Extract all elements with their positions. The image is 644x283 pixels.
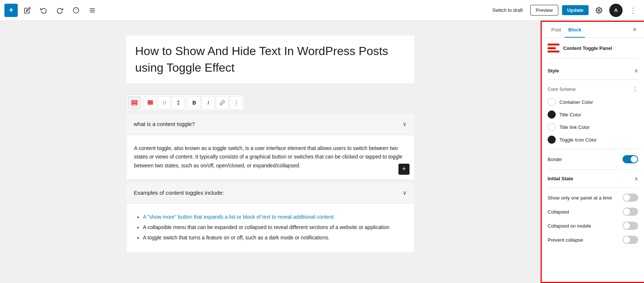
style-section-header[interactable]: Style ∧ [548, 65, 638, 76]
icon-bar-3 [548, 51, 559, 52]
toolbar-right: Switch to draft Preview Update A ⋮ [489, 4, 640, 17]
border-label: Border [548, 157, 562, 162]
style-chevron-up-icon: ∧ [634, 68, 638, 74]
editor-content: How to Show And Hide Text In WordPress P… [126, 35, 414, 253]
style-divider [548, 79, 638, 80]
title-link-color-swatch[interactable] [548, 123, 556, 131]
svg-point-16 [165, 102, 166, 103]
drag-button[interactable] [158, 96, 171, 109]
move-button[interactable] [172, 96, 185, 109]
toggle-panel-1: what is a content toggle? ∨ [126, 114, 414, 134]
border-toggle-switch[interactable] [623, 155, 638, 163]
avatar-button[interactable]: A [609, 4, 623, 17]
more-toolbar-button[interactable]: ⋮ [230, 96, 243, 109]
bold-button[interactable]: B [188, 96, 201, 109]
show-one-panel-row: Show only one panel at a time [548, 191, 638, 205]
toggle-panel-2-header[interactable]: Examples of content toggles include: ∨ [126, 183, 414, 203]
border-divider [548, 149, 638, 149]
title-link-color-label: Title link Color [559, 125, 590, 130]
list-item: A toggle switch that turns a feature on … [143, 233, 407, 242]
list-item-link[interactable]: A "show more" button that expands a list… [143, 214, 334, 220]
list-view-button[interactable] [86, 4, 99, 17]
svg-point-13 [163, 101, 164, 102]
add-inner-block-button[interactable]: + [398, 164, 410, 175]
list-item: A collapsible menu that can be expanded … [143, 223, 407, 232]
sidebar-body: Content Toggle Panel Style ∧ Color Schem… [542, 38, 644, 282]
main-area: How to Show And Hide Text In WordPress P… [0, 21, 644, 283]
svg-rect-7 [132, 100, 137, 102]
prevent-collapse-row: Prevent collapse [548, 233, 638, 247]
plugin-icon [548, 44, 559, 52]
block-toolbar: B I ⋮ [126, 95, 244, 111]
color-scheme-options-button[interactable]: ⋮ [632, 86, 638, 93]
toggle-panel-1-content: A content toggle, also known as a toggle… [126, 135, 414, 180]
post-title[interactable]: How to Show And Hide Text In WordPress P… [126, 35, 414, 83]
info-button[interactable] [69, 4, 83, 17]
edit-icon-button[interactable] [21, 4, 34, 17]
tab-block[interactable]: Block [565, 22, 585, 38]
sidebar-tabs: Post Block × [542, 22, 644, 38]
toggle-icon-color-swatch[interactable] [548, 136, 556, 144]
prevent-collapse-toggle[interactable] [623, 236, 638, 244]
align-button[interactable] [144, 96, 157, 109]
plugin-header: Content Toggle Panel [548, 44, 638, 59]
title-color-row: Title Color [548, 108, 638, 121]
bullet-list: A "show more" button that expands a list… [134, 213, 407, 242]
svg-rect-8 [132, 102, 137, 103]
tab-post[interactable]: Post [548, 22, 565, 38]
redo-button[interactable] [53, 4, 66, 17]
plugin-name-label: Content Toggle Panel [563, 45, 612, 51]
toggle-panel-2-title: Examples of content toggles include: [134, 190, 224, 196]
more-options-button[interactable]: ⋮ [626, 4, 640, 17]
collapsed-mobile-toggle[interactable] [623, 222, 638, 230]
icon-bar-2 [548, 47, 556, 49]
preview-button[interactable]: Preview [530, 5, 558, 16]
initial-state-title: Initial State [548, 176, 573, 181]
list-item: A "show more" button that expands a list… [143, 213, 407, 222]
svg-point-6 [598, 9, 600, 11]
collapsed-mobile-row: Collapsed on mobile [548, 219, 638, 233]
initial-state-section-header[interactable]: Initial State ∧ [548, 173, 638, 184]
update-button[interactable]: Update [562, 5, 589, 15]
add-block-button[interactable]: + [4, 4, 18, 17]
container-color-swatch[interactable] [548, 98, 556, 106]
title-link-color-row: Title link Color [548, 121, 638, 133]
top-bar: + Switch to draft Preview Update A ⋮ [0, 0, 644, 21]
toggle-panel-1-text: A content toggle, also known as a toggle… [134, 144, 407, 170]
chevron-down-icon-2: ∨ [402, 189, 407, 196]
initial-state-top-divider [548, 187, 638, 188]
title-color-label: Title Color [559, 112, 581, 117]
toggle-icon-color-row: Toggle Icon Color [548, 133, 638, 146]
title-color-swatch[interactable] [548, 110, 556, 119]
switch-to-draft-button[interactable]: Switch to draft [489, 5, 526, 15]
chevron-down-icon: ∨ [402, 120, 407, 127]
show-one-panel-label: Show only one panel at a time [548, 195, 612, 201]
toggle-panel-1-title: what is a content toggle? [134, 121, 195, 127]
initial-state-divider [548, 169, 638, 170]
toolbar-left: + [4, 4, 99, 17]
show-one-panel-toggle[interactable] [623, 194, 638, 202]
link-button[interactable] [216, 96, 229, 109]
toggle-icon-button[interactable] [128, 96, 141, 109]
settings-button[interactable] [592, 4, 606, 17]
svg-point-14 [165, 101, 166, 102]
prevent-collapse-label: Prevent collapse [548, 237, 583, 243]
svg-point-17 [163, 103, 164, 104]
svg-rect-11 [148, 102, 153, 103]
italic-button[interactable]: I [202, 96, 215, 109]
svg-point-18 [165, 103, 166, 104]
color-scheme-label: Color Scheme [548, 87, 576, 92]
undo-button[interactable] [37, 4, 50, 17]
toggle-panel-2: Examples of content toggles include: ∨ [126, 183, 414, 203]
style-section-title: Style [548, 68, 559, 74]
toggle-panel-1-header[interactable]: what is a content toggle? ∨ [126, 114, 414, 134]
toggle-icon-color-label: Toggle Icon Color [559, 137, 597, 143]
icon-bar-1 [548, 44, 559, 45]
svg-rect-10 [148, 100, 153, 102]
close-sidebar-button[interactable]: × [631, 24, 638, 35]
collapsed-toggle[interactable] [623, 208, 638, 216]
editor-area: How to Show And Hide Text In WordPress P… [0, 21, 541, 283]
border-toggle-row: Border [548, 152, 638, 166]
sidebar: Post Block × Content Toggle Panel Style … [541, 21, 644, 283]
collapsed-row: Collapsed [548, 205, 638, 219]
